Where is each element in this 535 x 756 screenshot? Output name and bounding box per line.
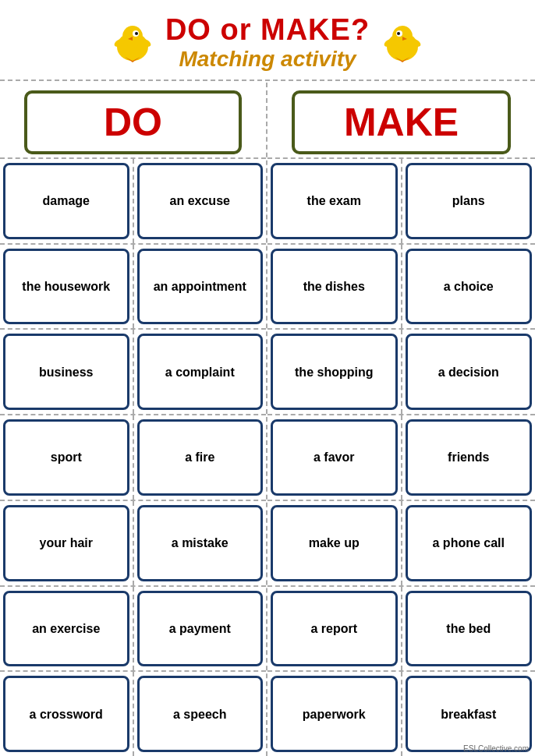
do-row-7: a crossword a speech	[0, 670, 266, 756]
do-row-3: business a complaint	[0, 328, 266, 414]
word-card: a decision	[406, 334, 533, 410]
do-cell-3-1: business	[0, 330, 134, 414]
word-card: an exercise	[3, 591, 129, 667]
make-row-1: the exam plans	[268, 157, 535, 243]
do-header-card: DO	[24, 90, 243, 154]
make-row-2: the dishes a choice	[268, 243, 535, 329]
word-card: the dishes	[271, 249, 398, 325]
make-cell-1-2: plans	[402, 159, 536, 243]
do-cell-3-2: a complaint	[134, 330, 267, 414]
header-divider	[0, 79, 535, 81]
right-section: MAKE the exam plans the dishes a	[268, 83, 535, 756]
do-cell-4-1: sport	[0, 415, 134, 500]
make-cell-2-2: a choice	[402, 245, 536, 329]
word-card: a choice	[406, 249, 533, 325]
word-card: a complaint	[137, 334, 264, 410]
do-cell-1-1: damage	[0, 159, 134, 243]
word-card: damage	[3, 163, 129, 239]
do-cell-5-1: your hair	[0, 501, 134, 585]
word-card: sport	[3, 419, 129, 496]
make-row-4: a favor friends	[268, 414, 535, 500]
make-cell-3-1: the shopping	[268, 330, 402, 414]
do-label: DO	[104, 100, 162, 145]
do-cell-2-1: the housework	[0, 245, 134, 329]
word-card: the exam	[271, 163, 398, 239]
do-cell-6-1: an exercise	[0, 587, 134, 671]
make-cell-6-1: a report	[268, 587, 402, 671]
left-bird-icon	[108, 19, 158, 66]
word-card: the housework	[3, 249, 129, 325]
svg-point-3	[135, 32, 138, 35]
word-card: paperwork	[271, 676, 398, 752]
word-card: a mistake	[137, 505, 264, 581]
do-cell-5-2: a mistake	[134, 501, 267, 585]
make-row-6: a report the bed	[268, 585, 535, 671]
word-card: friends	[406, 419, 533, 496]
make-cell-7-2: breakfast	[402, 672, 536, 756]
title-main: DO or MAKE?	[165, 14, 370, 47]
do-row-2: the housework an appointment	[0, 243, 266, 329]
word-card: breakfast	[406, 676, 533, 752]
left-section: DO damage an excuse the housework	[0, 83, 268, 756]
make-cell-3-2: a decision	[402, 330, 536, 414]
word-card: a report	[271, 591, 398, 667]
make-label: MAKE	[344, 100, 459, 145]
content-area: DO damage an excuse the housework	[0, 83, 535, 756]
svg-point-11	[397, 32, 400, 35]
watermark: ESLCollective.com	[463, 744, 529, 753]
word-card: a favor	[271, 419, 398, 496]
word-card: an excuse	[137, 163, 264, 239]
make-header-card: MAKE	[292, 90, 511, 154]
make-cell-4-1: a favor	[268, 415, 402, 500]
title-sub: Matching activity	[179, 47, 356, 72]
word-card: an appointment	[137, 249, 264, 325]
do-cell-6-2: a payment	[134, 587, 267, 671]
do-row-4: sport a fire	[0, 414, 266, 500]
do-cell-7-1: a crossword	[0, 672, 134, 756]
make-row-3: the shopping a decision	[268, 328, 535, 414]
header: DO or MAKE? Matching activity	[0, 0, 535, 78]
word-card: a phone call	[406, 505, 533, 581]
do-row-1: damage an excuse	[0, 157, 266, 243]
do-cards-grid: damage an excuse the housework an appoin…	[0, 157, 266, 756]
word-card: business	[3, 334, 129, 410]
do-row-6: an exercise a payment	[0, 585, 266, 671]
do-cell-7-2: a speech	[134, 672, 267, 756]
make-cell-2-1: the dishes	[268, 245, 402, 329]
word-card: the bed	[406, 591, 533, 667]
right-bird-icon	[377, 19, 427, 66]
word-card: your hair	[3, 505, 129, 581]
header-text: DO or MAKE? Matching activity	[165, 14, 370, 72]
word-card: the shopping	[271, 334, 398, 410]
make-cell-4-2: friends	[402, 415, 536, 500]
word-card: a payment	[137, 591, 264, 667]
do-cell-4-2: a fire	[134, 415, 267, 500]
make-row-5: make up a phone call	[268, 500, 535, 585]
make-cell-7-1: paperwork	[268, 672, 402, 756]
word-card: plans	[406, 163, 533, 239]
word-card: make up	[271, 505, 398, 581]
make-cell-5-1: make up	[268, 501, 402, 585]
do-row-5: your hair a mistake	[0, 500, 266, 585]
word-card: a speech	[137, 676, 264, 752]
do-cell-2-2: an appointment	[134, 245, 267, 329]
make-row-7: paperwork breakfast	[268, 670, 535, 756]
make-cards-grid: the exam plans the dishes a choice	[268, 157, 535, 756]
make-cell-1-1: the exam	[268, 159, 402, 243]
make-cell-6-2: the bed	[402, 587, 536, 671]
word-card: a crossword	[3, 676, 129, 752]
page: DO or MAKE? Matching activity DO	[0, 0, 535, 756]
word-card: a fire	[137, 419, 264, 496]
make-cell-5-2: a phone call	[402, 501, 536, 585]
do-cell-1-2: an excuse	[134, 159, 267, 243]
